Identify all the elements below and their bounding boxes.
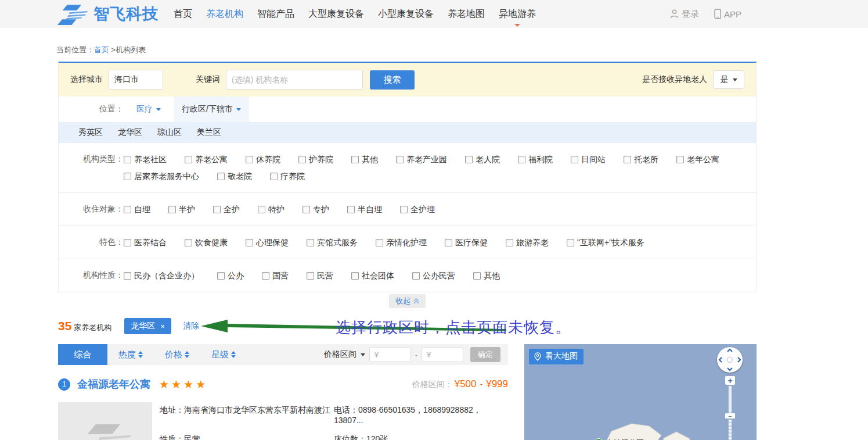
close-icon[interactable]: × <box>160 323 165 330</box>
checkbox-icon[interactable] <box>506 239 513 246</box>
checkbox-icon[interactable] <box>347 206 355 213</box>
filter-option[interactable]: 休养院 <box>246 154 280 164</box>
checkbox-icon[interactable] <box>307 239 314 246</box>
filter-option[interactable]: 老年公寓 <box>676 154 719 164</box>
district-美兰区[interactable]: 美兰区 <box>197 127 221 138</box>
nav-item-异地游养[interactable]: 异地游养 <box>499 6 536 23</box>
filter-option[interactable]: 日间站 <box>571 154 606 164</box>
filter-option[interactable]: 老人院 <box>465 154 500 164</box>
clear-filters-link[interactable]: 清除 <box>183 321 199 331</box>
checkbox-icon[interactable] <box>376 239 383 246</box>
checkbox-icon[interactable] <box>124 156 131 163</box>
district-龙华区[interactable]: 龙华区 <box>118 127 142 138</box>
checkbox-icon[interactable] <box>185 156 192 163</box>
filter-option[interactable]: "互联网+"技术服务 <box>567 237 644 248</box>
checkbox-icon[interactable] <box>124 206 131 213</box>
checkbox-icon[interactable] <box>396 156 404 163</box>
checkbox-icon[interactable] <box>567 239 574 246</box>
sort-tab-综合[interactable]: 综合 <box>58 344 107 365</box>
checkbox-icon[interactable] <box>400 206 408 213</box>
keyword-input[interactable] <box>226 70 363 90</box>
filter-option[interactable]: 医疗保健 <box>445 237 488 248</box>
filter-option[interactable]: 疗养院 <box>270 171 305 181</box>
nav-item-智能产品[interactable]: 智能产品 <box>257 6 294 23</box>
filter-option[interactable]: 民营 <box>307 270 333 281</box>
filter-option[interactable]: 医养结合 <box>124 237 167 248</box>
remote-elder-select[interactable]: 是 <box>713 70 744 89</box>
checkbox-icon[interactable] <box>258 206 265 213</box>
filter-option[interactable]: 公办民营 <box>412 270 455 281</box>
sort-tab-价格[interactable]: 价格 <box>154 344 200 365</box>
filter-option[interactable]: 居家养老服务中心 <box>124 171 199 181</box>
checkbox-icon[interactable] <box>351 272 359 280</box>
checkbox-icon[interactable] <box>124 173 131 180</box>
filter-option[interactable]: 民办（含企业办） <box>124 270 199 281</box>
checkbox-icon[interactable] <box>676 156 684 163</box>
filter-option[interactable]: 宾馆式服务 <box>307 237 358 248</box>
filter-tag-district[interactable]: 龙华区 × <box>124 318 171 334</box>
search-button[interactable]: 搜索 <box>370 70 415 90</box>
filter-option[interactable]: 全护 <box>213 204 240 214</box>
zoom-slider-ruler[interactable] <box>728 419 732 440</box>
filter-option[interactable]: 养老公寓 <box>185 154 228 164</box>
filter-option[interactable]: 心理保健 <box>246 237 289 248</box>
checkbox-icon[interactable] <box>185 239 192 246</box>
zoom-out-button[interactable]: − <box>725 413 736 419</box>
checkbox-icon[interactable] <box>307 272 314 280</box>
filter-option[interactable]: 饮食健康 <box>185 237 228 248</box>
listing-thumbnail[interactable] <box>58 402 152 440</box>
zoom-slider-track[interactable] <box>728 385 732 413</box>
checkbox-icon[interactable] <box>465 156 473 163</box>
checkbox-icon[interactable] <box>217 173 225 180</box>
price-max-input[interactable] <box>422 347 463 362</box>
app-link[interactable]: APP <box>714 9 741 19</box>
map[interactable]: 看大地图 + − 白沙门公园 <box>524 344 757 440</box>
nav-item-养老地图[interactable]: 养老地图 <box>448 6 485 23</box>
checkbox-icon[interactable] <box>262 272 269 280</box>
location-tab-medical[interactable]: 医疗 <box>128 96 169 122</box>
filter-option[interactable]: 社会团体 <box>351 270 394 281</box>
checkbox-icon[interactable] <box>213 206 221 213</box>
checkbox-icon[interactable] <box>351 156 359 163</box>
filter-option[interactable]: 养老社区 <box>124 154 167 164</box>
filter-option[interactable]: 专护 <box>302 204 329 214</box>
filter-option[interactable]: 其他 <box>473 270 500 281</box>
collapse-button[interactable]: 收起 <box>389 294 426 308</box>
big-map-button[interactable]: 看大地图 <box>529 349 584 364</box>
filter-option[interactable]: 半自理 <box>347 204 382 214</box>
city-input[interactable] <box>109 70 163 90</box>
price-min-input[interactable] <box>369 347 411 362</box>
filter-option[interactable]: 托老所 <box>624 154 658 164</box>
checkbox-icon[interactable] <box>168 206 176 213</box>
filter-option[interactable]: 半护 <box>168 204 195 214</box>
checkbox-icon[interactable] <box>571 156 578 163</box>
filter-option[interactable]: 养老产业园 <box>396 154 447 164</box>
checkbox-icon[interactable] <box>246 239 253 246</box>
district-秀英区[interactable]: 秀英区 <box>78 127 103 138</box>
nav-item-大型康复设备[interactable]: 大型康复设备 <box>308 6 364 23</box>
checkbox-icon[interactable] <box>246 156 253 163</box>
filter-option[interactable]: 国营 <box>262 270 289 281</box>
nav-item-小型康复设备[interactable]: 小型康复设备 <box>378 6 434 23</box>
login-link[interactable]: 登录 <box>670 9 699 20</box>
checkbox-icon[interactable] <box>445 239 452 246</box>
filter-option[interactable]: 旅游养老 <box>506 237 549 248</box>
checkbox-icon[interactable] <box>270 173 278 180</box>
filter-option[interactable]: 敬老院 <box>217 171 252 181</box>
checkbox-icon[interactable] <box>124 239 131 246</box>
filter-option[interactable]: 福利院 <box>518 154 553 164</box>
map-pan-control[interactable] <box>717 347 743 373</box>
listing-name[interactable]: 金福源老年公寓 <box>77 377 150 391</box>
filter-option[interactable]: 其他 <box>351 154 378 164</box>
sort-tab-星级[interactable]: 星级 <box>200 344 247 365</box>
checkbox-icon[interactable] <box>518 156 525 163</box>
checkbox-icon[interactable] <box>412 272 420 280</box>
checkbox-icon[interactable] <box>302 206 310 213</box>
filter-option[interactable]: 亲情化护理 <box>376 237 427 248</box>
checkbox-icon[interactable] <box>298 156 306 163</box>
district-琼山区[interactable]: 琼山区 <box>157 127 182 138</box>
filter-option[interactable]: 公办 <box>217 270 244 281</box>
site-logo[interactable]: 智飞科技 <box>56 3 159 25</box>
checkbox-icon[interactable] <box>473 272 481 280</box>
checkbox-icon[interactable] <box>124 272 131 280</box>
